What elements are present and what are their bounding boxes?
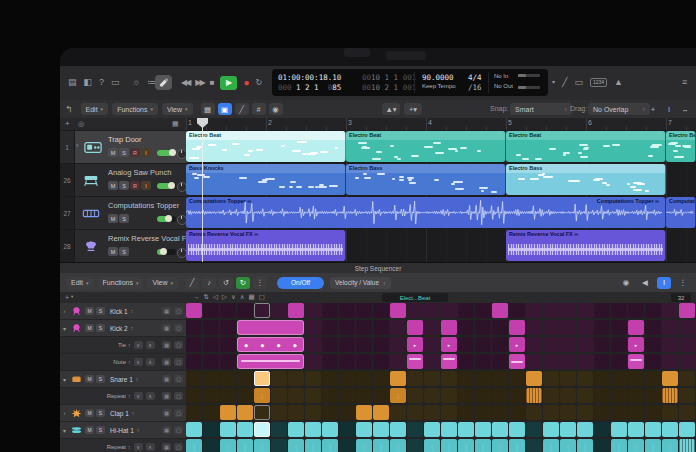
step-cell-snare-1-repeat-5[interactable]: ⋮	[254, 388, 270, 403]
step-cell-snare-1-11[interactable]	[356, 371, 372, 386]
step-cell-hihat-1-29[interactable]	[662, 422, 678, 437]
step-cell-snare-1-9[interactable]	[322, 371, 338, 386]
step-cell-kick-2-note-13[interactable]	[390, 354, 406, 369]
step-cell-kick-2-tie-30[interactable]: ·	[679, 337, 695, 352]
step-cell-clap-1-21[interactable]	[526, 405, 542, 420]
disclosure-icon[interactable]: ›	[60, 308, 69, 314]
step-cell-kick-2-24[interactable]	[577, 320, 593, 335]
count-in-icon[interactable]: 1234	[590, 78, 607, 87]
step-cell-snare-1-repeat-14[interactable]: ⋮	[407, 388, 423, 403]
step-cell-hihat-1-1[interactable]	[186, 422, 202, 437]
step-cell-kick-2-2[interactable]	[203, 320, 219, 335]
step-cell-kick-2-tie-15[interactable]: ·	[424, 337, 440, 352]
step-cell-snare-1-8[interactable]	[305, 371, 321, 386]
step-cell-kick-1-30[interactable]	[679, 303, 695, 318]
step-cell-kick-2-note-10[interactable]	[339, 354, 355, 369]
step-cell-kick-2-18[interactable]	[475, 320, 491, 335]
row-stepper-icon[interactable]: ↕	[132, 410, 135, 416]
step-cell-snare-1-repeat-16[interactable]: ⋮	[441, 388, 457, 403]
step-cell-snare-1-28[interactable]	[645, 371, 661, 386]
step-tied-bar-kick-2-note[interactable]	[237, 354, 304, 369]
step-cell-clap-1-7[interactable]	[288, 405, 304, 420]
record-button[interactable]: ●	[243, 78, 249, 88]
catch-playhead-icon[interactable]: +	[646, 103, 660, 115]
step-cell-kick-2-note-19[interactable]	[492, 354, 508, 369]
seq-row-kick-2-tie[interactable]: Tie↕∨∧▦▢	[60, 337, 186, 354]
row-display-mode-icon[interactable]: ▢	[174, 375, 183, 383]
step-cell-kick-2-14[interactable]	[407, 320, 423, 335]
text-tool-icon[interactable]: I	[662, 103, 676, 115]
step-cell-snare-1-26[interactable]	[611, 371, 627, 386]
row-display-mode-icon[interactable]: ▢	[174, 426, 183, 434]
solo-button[interactable]: S	[96, 409, 105, 417]
nav-sort-icon[interactable]: ⇅	[204, 294, 209, 301]
step-cell-kick-1-21[interactable]	[526, 303, 542, 318]
step-cell-kick-2-note-18[interactable]	[475, 354, 491, 369]
row-stepper-icon[interactable]: ↕	[128, 342, 131, 348]
smart-controls-icon[interactable]: ☼	[132, 78, 140, 87]
step-cell-hihat-1-13[interactable]	[390, 422, 406, 437]
step-cell-hihat-1-6[interactable]	[271, 422, 287, 437]
step-cell-kick-2-note-23[interactable]	[560, 354, 576, 369]
step-cell-hihat-1-20[interactable]	[509, 422, 525, 437]
cell-mode-icon[interactable]: ▢	[259, 294, 265, 301]
step-cell-hihat-1-repeat-18[interactable]: ⋮	[475, 439, 491, 452]
step-cell-hihat-1-repeat-10[interactable]: ⋮	[339, 439, 355, 452]
step-cell-kick-2-note-29[interactable]	[662, 354, 678, 369]
solo-button[interactable]: S	[96, 426, 105, 434]
step-cell-snare-1-repeat-20[interactable]: ⋮	[509, 388, 525, 403]
step-cell-clap-1-6[interactable]	[271, 405, 287, 420]
step-cell-kick-1-28[interactable]	[645, 303, 661, 318]
step-cell-snare-1-repeat-6[interactable]: ⋮	[271, 388, 287, 403]
step-cell-clap-1-12[interactable]	[373, 405, 389, 420]
region-remix-reverse-vocal-fx[interactable]: Remix Reverse Vocal FX ∞	[506, 230, 666, 261]
step-cell-kick-2-tie-25[interactable]: ·	[594, 337, 610, 352]
step-cell-kick-2-16[interactable]	[441, 320, 457, 335]
step-cell-snare-1-repeat-29[interactable]	[662, 388, 678, 403]
step-cell-kick-1-2[interactable]	[203, 303, 219, 318]
volume-slider[interactable]	[157, 249, 176, 255]
increment-button[interactable]: ∧	[146, 358, 155, 366]
step-cell-clap-1-24[interactable]	[577, 405, 593, 420]
onoff-button[interactable]: On/Off	[277, 277, 324, 289]
step-cell-snare-1-repeat-19[interactable]: ⋮	[492, 388, 508, 403]
row-grid-options-icon[interactable]: ▦	[162, 307, 171, 315]
step-cell-snare-1-2[interactable]	[203, 371, 219, 386]
step-cell-hihat-1-30[interactable]	[679, 422, 695, 437]
step-cell-kick-1-18[interactable]	[475, 303, 491, 318]
arrange-menu-edit[interactable]: Edit▾	[81, 103, 109, 115]
step-cell-snare-1-repeat-15[interactable]: ⋮	[424, 388, 440, 403]
step-cell-snare-1-repeat-28[interactable]: ⋮	[645, 388, 661, 403]
rewind-button[interactable]: ◀◀	[181, 79, 189, 87]
step-cell-kick-2-note-30[interactable]	[679, 354, 695, 369]
step-cell-snare-1-repeat-17[interactable]: ⋮	[458, 388, 474, 403]
step-cell-snare-1-repeat-26[interactable]: ⋮	[611, 388, 627, 403]
step-cell-kick-1-25[interactable]	[594, 303, 610, 318]
step-cell-clap-1-3[interactable]	[220, 405, 236, 420]
step-cell-clap-1-14[interactable]	[407, 405, 423, 420]
loop-playback-icon[interactable]: ↻	[236, 277, 250, 289]
step-cell-hihat-1-18[interactable]	[475, 422, 491, 437]
mute-button[interactable]: M	[85, 409, 94, 417]
step-cell-hihat-1-4[interactable]	[237, 422, 253, 437]
step-cell-snare-1-10[interactable]	[339, 371, 355, 386]
step-cell-clap-1-16[interactable]	[441, 405, 457, 420]
solo-button[interactable]: S	[119, 214, 129, 223]
step-cell-kick-2-tie-21[interactable]: ·	[526, 337, 542, 352]
step-cell-kick-2-tie-22[interactable]: ·	[543, 337, 559, 352]
step-cell-hihat-1-repeat-28[interactable]: ⋮	[645, 439, 661, 452]
seq-row-kick-2-note[interactable]: Note↕∨∧▦▢	[60, 354, 186, 371]
step-cell-hihat-1-25[interactable]	[594, 422, 610, 437]
step-cell-kick-2-tie-28[interactable]: ·	[645, 337, 661, 352]
loop-end-icon[interactable]: ▷	[222, 294, 227, 301]
step-cell-snare-1-repeat-2[interactable]: ⋮	[203, 388, 219, 403]
step-cell-kick-2-note-28[interactable]	[645, 354, 661, 369]
increment-button[interactable]: ∧	[146, 392, 155, 400]
mute-button[interactable]: M	[85, 307, 94, 315]
step-cell-hihat-1-8[interactable]	[305, 422, 321, 437]
step-cell-kick-1-13[interactable]	[390, 303, 406, 318]
step-cell-kick-2-tie-14[interactable]: ▸	[407, 337, 423, 352]
step-cell-hihat-1-17[interactable]	[458, 422, 474, 437]
step-cell-kick-2-note-22[interactable]	[543, 354, 559, 369]
seq-row-kick-1[interactable]: ›MSKick 1↕▦▢	[60, 303, 186, 320]
